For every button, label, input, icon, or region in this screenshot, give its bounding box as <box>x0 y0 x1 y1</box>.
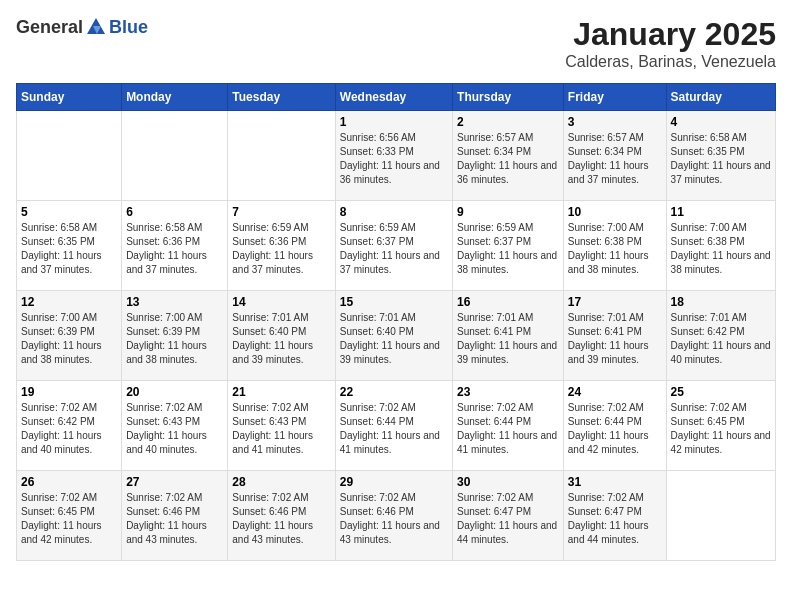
day-cell: 24Sunrise: 7:02 AMSunset: 6:44 PMDayligh… <box>563 381 666 471</box>
day-info: Sunrise: 6:59 AMSunset: 6:37 PMDaylight:… <box>457 221 559 277</box>
day-info: Sunrise: 6:58 AMSunset: 6:36 PMDaylight:… <box>126 221 223 277</box>
day-cell: 4Sunrise: 6:58 AMSunset: 6:35 PMDaylight… <box>666 111 775 201</box>
day-cell: 28Sunrise: 7:02 AMSunset: 6:46 PMDayligh… <box>228 471 335 561</box>
day-info: Sunrise: 7:01 AMSunset: 6:41 PMDaylight:… <box>568 311 662 367</box>
day-info: Sunrise: 7:02 AMSunset: 6:43 PMDaylight:… <box>232 401 330 457</box>
day-number: 1 <box>340 115 448 129</box>
week-row-1: 1Sunrise: 6:56 AMSunset: 6:33 PMDaylight… <box>17 111 776 201</box>
day-cell: 13Sunrise: 7:00 AMSunset: 6:39 PMDayligh… <box>122 291 228 381</box>
day-info: Sunrise: 7:02 AMSunset: 6:47 PMDaylight:… <box>568 491 662 547</box>
day-cell: 20Sunrise: 7:02 AMSunset: 6:43 PMDayligh… <box>122 381 228 471</box>
calendar-body: 1Sunrise: 6:56 AMSunset: 6:33 PMDaylight… <box>17 111 776 561</box>
day-info: Sunrise: 7:01 AMSunset: 6:42 PMDaylight:… <box>671 311 771 367</box>
logo-icon <box>85 16 107 38</box>
calendar-header: SundayMondayTuesdayWednesdayThursdayFrid… <box>17 84 776 111</box>
day-info: Sunrise: 7:00 AMSunset: 6:38 PMDaylight:… <box>568 221 662 277</box>
day-info: Sunrise: 6:56 AMSunset: 6:33 PMDaylight:… <box>340 131 448 187</box>
day-cell: 10Sunrise: 7:00 AMSunset: 6:38 PMDayligh… <box>563 201 666 291</box>
week-row-3: 12Sunrise: 7:00 AMSunset: 6:39 PMDayligh… <box>17 291 776 381</box>
day-cell: 27Sunrise: 7:02 AMSunset: 6:46 PMDayligh… <box>122 471 228 561</box>
day-cell <box>122 111 228 201</box>
day-number: 25 <box>671 385 771 399</box>
day-info: Sunrise: 7:02 AMSunset: 6:46 PMDaylight:… <box>340 491 448 547</box>
day-cell: 30Sunrise: 7:02 AMSunset: 6:47 PMDayligh… <box>453 471 564 561</box>
day-info: Sunrise: 6:58 AMSunset: 6:35 PMDaylight:… <box>671 131 771 187</box>
week-row-2: 5Sunrise: 6:58 AMSunset: 6:35 PMDaylight… <box>17 201 776 291</box>
day-number: 15 <box>340 295 448 309</box>
header-cell-saturday: Saturday <box>666 84 775 111</box>
day-cell: 5Sunrise: 6:58 AMSunset: 6:35 PMDaylight… <box>17 201 122 291</box>
day-info: Sunrise: 6:57 AMSunset: 6:34 PMDaylight:… <box>568 131 662 187</box>
day-cell: 18Sunrise: 7:01 AMSunset: 6:42 PMDayligh… <box>666 291 775 381</box>
day-cell: 15Sunrise: 7:01 AMSunset: 6:40 PMDayligh… <box>335 291 452 381</box>
day-info: Sunrise: 7:00 AMSunset: 6:39 PMDaylight:… <box>21 311 117 367</box>
day-number: 29 <box>340 475 448 489</box>
day-number: 8 <box>340 205 448 219</box>
day-number: 16 <box>457 295 559 309</box>
day-cell: 2Sunrise: 6:57 AMSunset: 6:34 PMDaylight… <box>453 111 564 201</box>
day-number: 17 <box>568 295 662 309</box>
day-info: Sunrise: 7:02 AMSunset: 6:42 PMDaylight:… <box>21 401 117 457</box>
day-number: 3 <box>568 115 662 129</box>
day-cell: 11Sunrise: 7:00 AMSunset: 6:38 PMDayligh… <box>666 201 775 291</box>
header-cell-tuesday: Tuesday <box>228 84 335 111</box>
day-number: 24 <box>568 385 662 399</box>
day-number: 21 <box>232 385 330 399</box>
day-number: 12 <box>21 295 117 309</box>
day-number: 19 <box>21 385 117 399</box>
day-info: Sunrise: 7:02 AMSunset: 6:44 PMDaylight:… <box>568 401 662 457</box>
day-cell <box>666 471 775 561</box>
day-info: Sunrise: 7:02 AMSunset: 6:45 PMDaylight:… <box>671 401 771 457</box>
page-title: January 2025 <box>565 16 776 53</box>
day-number: 14 <box>232 295 330 309</box>
day-cell: 26Sunrise: 7:02 AMSunset: 6:45 PMDayligh… <box>17 471 122 561</box>
day-cell: 8Sunrise: 6:59 AMSunset: 6:37 PMDaylight… <box>335 201 452 291</box>
header-cell-sunday: Sunday <box>17 84 122 111</box>
day-info: Sunrise: 6:57 AMSunset: 6:34 PMDaylight:… <box>457 131 559 187</box>
day-number: 9 <box>457 205 559 219</box>
day-number: 6 <box>126 205 223 219</box>
logo: General Blue <box>16 16 148 38</box>
calendar-table: SundayMondayTuesdayWednesdayThursdayFrid… <box>16 83 776 561</box>
day-info: Sunrise: 6:58 AMSunset: 6:35 PMDaylight:… <box>21 221 117 277</box>
week-row-5: 26Sunrise: 7:02 AMSunset: 6:45 PMDayligh… <box>17 471 776 561</box>
header-cell-thursday: Thursday <box>453 84 564 111</box>
week-row-4: 19Sunrise: 7:02 AMSunset: 6:42 PMDayligh… <box>17 381 776 471</box>
day-number: 27 <box>126 475 223 489</box>
day-info: Sunrise: 7:01 AMSunset: 6:41 PMDaylight:… <box>457 311 559 367</box>
day-number: 2 <box>457 115 559 129</box>
day-number: 4 <box>671 115 771 129</box>
day-number: 18 <box>671 295 771 309</box>
day-number: 20 <box>126 385 223 399</box>
day-info: Sunrise: 6:59 AMSunset: 6:36 PMDaylight:… <box>232 221 330 277</box>
day-cell: 29Sunrise: 7:02 AMSunset: 6:46 PMDayligh… <box>335 471 452 561</box>
day-info: Sunrise: 7:01 AMSunset: 6:40 PMDaylight:… <box>340 311 448 367</box>
day-cell <box>17 111 122 201</box>
day-cell: 31Sunrise: 7:02 AMSunset: 6:47 PMDayligh… <box>563 471 666 561</box>
day-number: 23 <box>457 385 559 399</box>
day-cell: 9Sunrise: 6:59 AMSunset: 6:37 PMDaylight… <box>453 201 564 291</box>
header-cell-friday: Friday <box>563 84 666 111</box>
day-cell: 16Sunrise: 7:01 AMSunset: 6:41 PMDayligh… <box>453 291 564 381</box>
page-subtitle: Calderas, Barinas, Venezuela <box>565 53 776 71</box>
day-number: 22 <box>340 385 448 399</box>
day-cell: 19Sunrise: 7:02 AMSunset: 6:42 PMDayligh… <box>17 381 122 471</box>
day-cell: 6Sunrise: 6:58 AMSunset: 6:36 PMDaylight… <box>122 201 228 291</box>
day-number: 28 <box>232 475 330 489</box>
header-cell-monday: Monday <box>122 84 228 111</box>
day-number: 7 <box>232 205 330 219</box>
day-info: Sunrise: 7:02 AMSunset: 6:45 PMDaylight:… <box>21 491 117 547</box>
day-number: 11 <box>671 205 771 219</box>
day-cell: 17Sunrise: 7:01 AMSunset: 6:41 PMDayligh… <box>563 291 666 381</box>
day-cell: 21Sunrise: 7:02 AMSunset: 6:43 PMDayligh… <box>228 381 335 471</box>
day-number: 5 <box>21 205 117 219</box>
day-cell <box>228 111 335 201</box>
day-info: Sunrise: 7:00 AMSunset: 6:38 PMDaylight:… <box>671 221 771 277</box>
day-info: Sunrise: 7:02 AMSunset: 6:44 PMDaylight:… <box>457 401 559 457</box>
day-info: Sunrise: 7:02 AMSunset: 6:46 PMDaylight:… <box>126 491 223 547</box>
day-cell: 22Sunrise: 7:02 AMSunset: 6:44 PMDayligh… <box>335 381 452 471</box>
logo-general: General <box>16 17 83 38</box>
day-cell: 14Sunrise: 7:01 AMSunset: 6:40 PMDayligh… <box>228 291 335 381</box>
day-info: Sunrise: 7:01 AMSunset: 6:40 PMDaylight:… <box>232 311 330 367</box>
day-cell: 3Sunrise: 6:57 AMSunset: 6:34 PMDaylight… <box>563 111 666 201</box>
